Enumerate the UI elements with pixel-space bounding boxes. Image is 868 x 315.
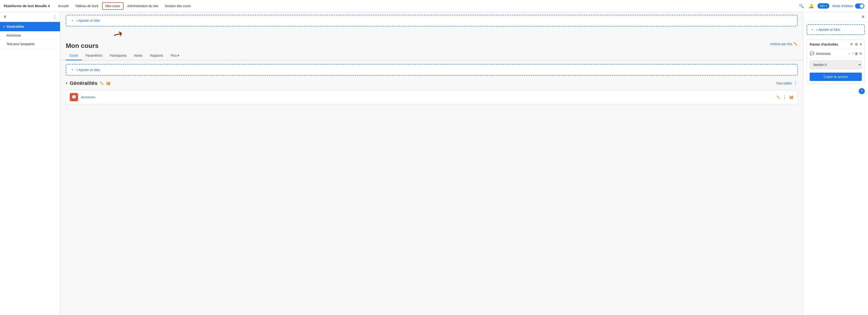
activity-kebab-menu[interactable]: ⋮	[782, 95, 787, 100]
section-select-row: Section 0	[807, 58, 865, 71]
toggle-switch[interactable]	[855, 3, 864, 8]
help-area: ?	[803, 86, 868, 96]
top-add-block-banner[interactable]: ＋ + Ajouter un bloc	[66, 15, 798, 26]
tab-parametres[interactable]: Paramètres	[82, 51, 106, 60]
right-add-block-label: + Ajouter un bloc	[816, 28, 840, 31]
activity-basket-icon[interactable]: 🧺	[789, 95, 794, 100]
panier-trash-icon[interactable]: 🗑	[855, 51, 858, 56]
sidebar-close-button[interactable]: ✕	[3, 14, 7, 20]
section-title: Généralités	[70, 80, 97, 86]
tout-replier-button[interactable]: Tout replier	[776, 81, 792, 85]
mode-edition-toggle[interactable]: Mode d'édition	[832, 3, 864, 8]
activity-item-annonces: 💬 Annonces ✏️ ⋮ 🧺	[66, 90, 798, 104]
add-block-label: + Ajouter un bloc	[76, 68, 100, 72]
tab-plus[interactable]: Plus ▾	[167, 51, 183, 60]
tab-rapports[interactable]: Rapports	[146, 51, 167, 60]
panier-arrow-right-icon[interactable]: →	[847, 51, 850, 56]
activity-pencil-icon[interactable]: ✏️	[777, 96, 780, 99]
sidebar-section-generalites[interactable]: ▾ Généralités	[0, 22, 60, 31]
panier-chevron-down-icon[interactable]: ▾	[860, 42, 862, 46]
course-body: ＋ + Ajouter un bloc ▾ Généralités ✏️ 🧺 T…	[60, 60, 803, 110]
plus-icon: ＋	[71, 19, 74, 23]
right-panel: ✕ ＋ + Ajouter un bloc Panier d'activités…	[803, 12, 868, 315]
panier-move-icon[interactable]: ✛	[850, 42, 853, 46]
add-block-row[interactable]: ＋ + Ajouter un bloc	[66, 64, 798, 76]
panier-title: Panier d'activités	[810, 42, 838, 46]
right-panel-header: ✕	[803, 12, 868, 22]
mode-edition-label: Mode d'édition	[832, 4, 853, 8]
panier-header: Panier d'activités ✛ ⚙ ▾	[807, 40, 865, 49]
help-button[interactable]: ?	[859, 88, 865, 94]
panier-item-icon: 💬	[810, 51, 814, 56]
sidebar-item-annonces[interactable]: Annonces	[0, 31, 60, 40]
sidebar-section-label: Généralités	[6, 25, 24, 29]
nav-tableau-de-bord[interactable]: Tableau de bord	[72, 2, 101, 10]
chevron-down-icon[interactable]: ▾	[66, 81, 67, 85]
actions-par-lots-button[interactable]: Actions par lots ✏️	[770, 42, 798, 46]
main-content: ＋ + Ajouter un bloc ↗ Mon cours Actions …	[60, 12, 803, 315]
copy-section-button[interactable]: Copier la section	[810, 73, 862, 81]
tab-participants[interactable]: Participants	[106, 51, 130, 60]
plus-icon: ＋	[71, 68, 74, 72]
sidebar: ✕ ⋮ ▾ Généralités Annonces Test pour lys…	[0, 12, 60, 315]
topnav-right: 🔍 🔔 MG ▾ Mode d'édition	[798, 3, 864, 9]
topnav: Plateforme de test Moodle 4 Accueil Tabl…	[0, 0, 868, 12]
panier-arrow-up-icon[interactable]: ↑	[852, 51, 854, 56]
activity-icon-annonces: 💬	[70, 93, 78, 101]
nav-admin[interactable]: Administration du site	[124, 2, 161, 10]
nav-links: Accueil Tableau de bord Mes cours Admini…	[55, 2, 798, 10]
right-panel-close-button[interactable]: ✕	[861, 14, 865, 20]
nav-gestion[interactable]: Gestion des cours	[162, 2, 194, 10]
chevron-down-icon: ▾	[826, 4, 827, 7]
nav-accueil[interactable]: Accueil	[55, 2, 71, 10]
section-edit-icon[interactable]: ✏️	[100, 81, 104, 85]
main-layout: ✕ ⋮ ▾ Généralités Annonces Test pour lys…	[0, 12, 868, 315]
actions-par-lots-label: Actions par lots	[770, 42, 792, 46]
pencil-icon: ✏️	[794, 42, 798, 46]
section-generalites: ▾ Généralités ✏️ 🧺 Tout replier ⋮ 💬 Anno…	[66, 80, 798, 104]
user-initials: MG	[820, 4, 825, 8]
panier-copy-icon[interactable]: ⧉	[860, 51, 862, 56]
plus-icon: ＋	[811, 28, 814, 32]
course-tabs: Cours Paramètres Participants Notes Rapp…	[60, 51, 803, 60]
panier-header-icons: ✛ ⚙ ▾	[850, 42, 862, 46]
panier-item-annonces: 💬 Annonces → ↑ 🗑 ⧉	[807, 49, 865, 58]
sidebar-header: ✕ ⋮	[0, 12, 60, 22]
chevron-down-icon: ▾	[3, 25, 5, 28]
panier-item-name: Annonces	[816, 52, 845, 56]
top-add-block-label: + Ajouter un bloc	[76, 19, 100, 23]
section-select[interactable]: Section 0	[810, 61, 862, 69]
course-header: Mon cours Actions par lots ✏️	[60, 38, 803, 49]
sidebar-menu-button[interactable]: ⋮	[53, 14, 57, 20]
section-header: ▾ Généralités ✏️ 🧺 Tout replier ⋮	[66, 80, 798, 86]
activity-right-actions: ✏️ ⋮ 🧺	[777, 95, 794, 100]
section-kebab-menu[interactable]: ⋮	[794, 81, 798, 86]
panier-item-actions: → ↑ 🗑 ⧉	[847, 51, 862, 56]
panier-block: Panier d'activités ✛ ⚙ ▾ 💬 Annonces → ↑ …	[807, 40, 865, 84]
course-title: Mon cours	[66, 42, 99, 49]
bell-icon[interactable]: 🔔	[808, 3, 815, 9]
tab-cours[interactable]: Cours	[66, 51, 82, 60]
tab-notes[interactable]: Notes	[130, 51, 146, 60]
user-menu[interactable]: MG ▾	[817, 3, 829, 8]
search-icon[interactable]: 🔍	[798, 3, 805, 9]
section-actions: Tout replier ⋮	[776, 81, 798, 86]
arrow-annotation: ↗	[66, 29, 803, 38]
sidebar-item-test-lysopaine[interactable]: Test pour lysopaine	[0, 40, 60, 48]
nav-mes-cours[interactable]: Mes cours	[102, 2, 124, 10]
forum-icon: 💬	[71, 95, 76, 100]
app-brand: Plateforme de test Moodle 4	[4, 4, 50, 8]
activity-name-annonces[interactable]: Annonces	[81, 95, 774, 99]
right-add-block[interactable]: ＋ + Ajouter un bloc	[807, 24, 865, 35]
section-basket-icon[interactable]: 🧺	[106, 81, 111, 85]
panier-settings-icon[interactable]: ⚙	[855, 42, 858, 46]
